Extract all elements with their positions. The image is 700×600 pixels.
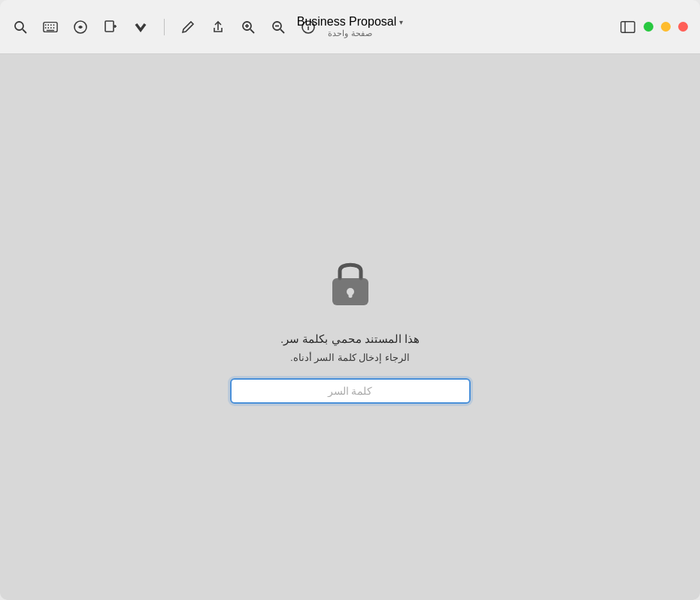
document-title[interactable]: Business Proposal ▾ (297, 15, 404, 29)
pencil-icon[interactable] (180, 19, 196, 35)
sidebar-toggle-icon[interactable] (620, 19, 636, 35)
svg-line-21 (280, 29, 284, 33)
svg-rect-13 (105, 21, 114, 32)
share-icon[interactable] (210, 19, 226, 35)
svg-line-1 (23, 29, 26, 33)
svg-point-0 (15, 22, 23, 30)
keyboard-icon[interactable] (42, 19, 59, 35)
password-message-2: الرجاء إدخال كلمة السر أدناه. (290, 352, 410, 363)
password-input[interactable] (230, 378, 471, 404)
dropdown-icon[interactable] (132, 19, 149, 35)
password-message-1: هذا المستند محمي بكلمة سر. (280, 332, 420, 346)
svg-rect-30 (348, 292, 352, 298)
minimize-button[interactable] (661, 22, 671, 32)
toolbar-title-area: Business Proposal ▾ صفحة واحدة (297, 15, 404, 38)
zoom-out-icon[interactable] (270, 19, 286, 35)
document-subtitle: صفحة واحدة (328, 29, 371, 38)
toolbar: Business Proposal ▾ صفحة واحدة (0, 0, 700, 54)
lock-icon (320, 251, 380, 314)
maximize-button[interactable] (644, 22, 653, 32)
separator-1 (164, 19, 165, 35)
svg-line-17 (250, 29, 254, 33)
title-text: Business Proposal (297, 15, 397, 29)
main-content: هذا المستند محمي بكلمة سر. الرجاء إدخال … (0, 54, 700, 600)
close-button[interactable] (678, 22, 688, 32)
markup-circle-icon[interactable] (72, 19, 89, 35)
title-chevron: ▾ (399, 18, 403, 26)
window-controls (620, 19, 688, 35)
search-icon[interactable] (12, 19, 29, 35)
add-page-icon[interactable] (102, 19, 119, 35)
zoom-in-icon[interactable] (240, 19, 256, 35)
svg-rect-26 (621, 21, 635, 32)
